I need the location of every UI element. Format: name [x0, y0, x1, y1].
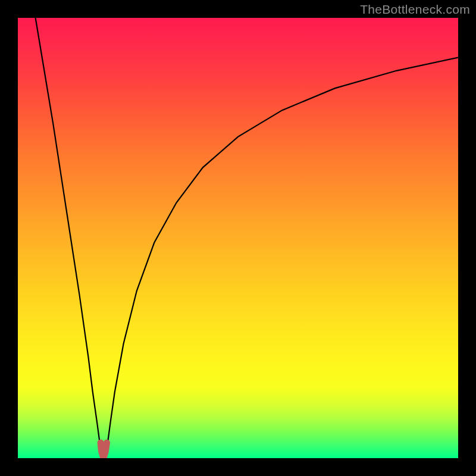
optimum-marker — [101, 443, 107, 456]
watermark-text: TheBottleneck.com — [360, 2, 470, 17]
plot-area — [18, 18, 458, 458]
curves-layer — [18, 18, 458, 458]
left-branch-curve — [36, 18, 101, 449]
chart-frame: TheBottleneck.com — [0, 0, 476, 476]
right-branch-curve — [107, 58, 458, 450]
